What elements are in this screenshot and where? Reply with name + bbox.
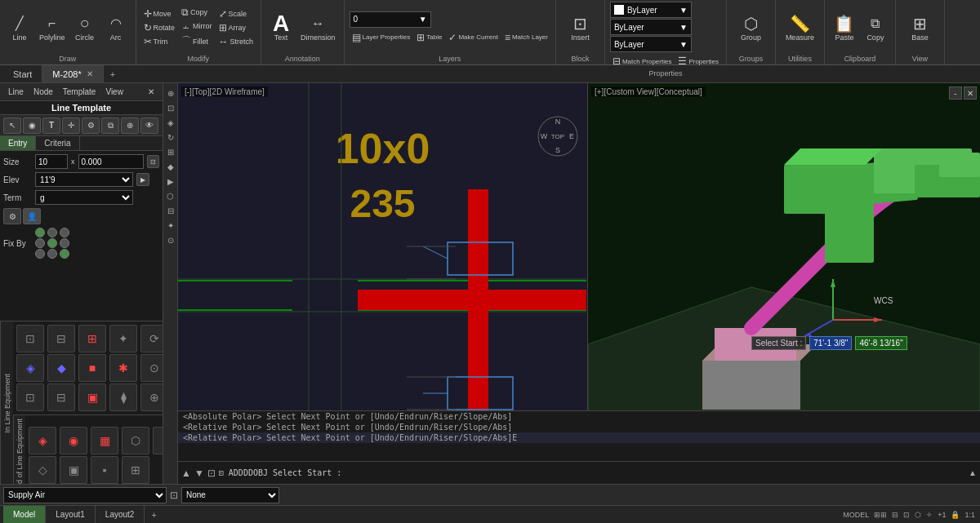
copy-button[interactable]: ⧉Copy xyxy=(179,6,215,19)
lp-snap-btn[interactable]: ⊕ xyxy=(121,117,139,134)
paste-button[interactable]: 📋 Paste xyxy=(830,12,859,43)
fix-dot-8[interactable] xyxy=(60,249,69,259)
layer-dropdown[interactable]: 0 ▼ xyxy=(350,11,431,28)
lp-text-btn[interactable]: T xyxy=(42,117,60,134)
fix-dot-6[interactable] xyxy=(35,249,45,259)
btab-model[interactable]: Model xyxy=(3,506,46,523)
status-ortho[interactable]: ⊡ xyxy=(903,511,910,519)
status-osnap[interactable]: ✧ xyxy=(926,511,933,519)
coord2-display[interactable]: 46'-8 13/16" xyxy=(855,336,906,350)
clipboard-copy-button[interactable]: ⧉ Copy xyxy=(861,12,890,43)
fix-dot-5[interactable] xyxy=(60,238,69,248)
inline-item-1[interactable]: ⊟ xyxy=(47,325,75,352)
status-polar[interactable]: ⬡ xyxy=(915,511,921,519)
circle-button[interactable]: ○ Circle xyxy=(70,12,100,43)
strip-btn-6[interactable]: ◆ xyxy=(164,160,177,173)
inline-item-7[interactable]: ■ xyxy=(78,354,106,382)
strip-btn-10[interactable]: ✦ xyxy=(164,219,177,232)
strip-btn-2[interactable]: ⊡ xyxy=(164,101,177,114)
insert-button[interactable]: ⊡ Insert xyxy=(565,12,595,43)
lp-node-btn[interactable]: ◉ xyxy=(23,117,41,134)
end-item-1[interactable]: ◉ xyxy=(60,427,87,454)
inline-item-14[interactable]: ⊕ xyxy=(140,383,163,411)
lp-move-btn[interactable]: ✛ xyxy=(62,117,80,134)
inline-item-6[interactable]: ◆ xyxy=(47,354,75,382)
none-select[interactable]: None xyxy=(181,487,279,503)
strip-btn-5[interactable]: ⊞ xyxy=(164,145,177,158)
end-item-2[interactable]: ▦ xyxy=(91,427,118,454)
tab-close-icon[interactable]: ✕ xyxy=(87,69,93,78)
lp-cursor-btn[interactable]: ↖ xyxy=(3,117,21,134)
btab-layout2[interactable]: Layout2 xyxy=(96,506,145,523)
inline-item-5[interactable]: ◈ xyxy=(16,354,44,382)
strip-btn-1[interactable]: ⊕ xyxy=(164,86,177,100)
status-grid[interactable]: ⊞⊞ xyxy=(874,511,887,519)
fix-dot-4[interactable] xyxy=(47,238,57,248)
status-lock[interactable]: 🔒 xyxy=(951,511,960,519)
group-button[interactable]: ⬡ Group xyxy=(736,12,765,43)
bylayer-linetype-dropdown[interactable]: ByLayer ▼ xyxy=(610,19,692,35)
status-snap[interactable]: ⊟ xyxy=(892,511,898,519)
strip-btn-7[interactable]: ▶ xyxy=(164,175,177,188)
elev-select[interactable]: 11'9 xyxy=(35,172,133,187)
menu-template[interactable]: Template xyxy=(58,87,101,96)
left-panel-close-button[interactable]: ✕ xyxy=(143,87,159,96)
supply-air-select[interactable]: Supply Air xyxy=(3,487,167,503)
mirror-button[interactable]: ⫠Mirror xyxy=(179,20,215,33)
status-model[interactable]: MODEL xyxy=(843,511,869,519)
settings-icon-1[interactable]: ⚙ xyxy=(3,208,21,224)
end-item-8[interactable]: ⊞ xyxy=(122,456,149,484)
strip-btn-9[interactable]: ⊟ xyxy=(164,204,177,217)
vp3d-close-btn[interactable]: ✕ xyxy=(964,86,977,100)
strip-btn-8[interactable]: ⬡ xyxy=(164,189,177,202)
inline-item-4[interactable]: ⟳ xyxy=(140,325,163,352)
line-button[interactable]: ╱ Line xyxy=(5,12,34,43)
menu-node[interactable]: Node xyxy=(29,87,58,96)
coord1-display[interactable]: 71'-1 3/8" xyxy=(809,336,852,350)
size-x-input[interactable] xyxy=(78,154,144,169)
end-item-0[interactable]: ◈ xyxy=(29,427,56,454)
view-base-button[interactable]: ⊞ Base xyxy=(905,12,934,43)
inline-item-13[interactable]: ⧫ xyxy=(109,383,137,411)
match-layer-button[interactable]: ≡Match Layer xyxy=(502,31,550,44)
inline-item-0[interactable]: ⊡ xyxy=(16,325,44,352)
strip-btn-4[interactable]: ↻ xyxy=(164,131,177,144)
measure-button[interactable]: 📏 Measure xyxy=(782,12,817,43)
lp-tab-entry[interactable]: Entry xyxy=(0,136,36,150)
inline-item-12[interactable]: ▣ xyxy=(78,383,106,411)
strip-btn-11[interactable]: ⊙ xyxy=(164,233,177,246)
fix-dot-1[interactable] xyxy=(47,228,57,237)
tab-m208[interactable]: M-208* ✕ xyxy=(42,65,103,82)
end-item-7[interactable]: ▪ xyxy=(91,456,118,484)
lp-settings-btn[interactable]: ⚙ xyxy=(82,117,100,134)
arc-button[interactable]: ◠ Arc xyxy=(101,12,131,43)
inline-item-9[interactable]: ⊙ xyxy=(140,354,163,382)
viewport-2d[interactable]: [-][Top][2D Wireframe] 10x0 235 xyxy=(178,83,588,410)
table-button[interactable]: ⊞Table xyxy=(414,31,444,44)
fix-dot-2[interactable] xyxy=(60,228,69,237)
viewport-3d[interactable]: [+][Custom View][Conceptual] - ✕ xyxy=(588,83,980,410)
fix-dot-7[interactable] xyxy=(47,249,57,259)
text-button[interactable]: A Text xyxy=(266,12,296,43)
term-select[interactable]: g xyxy=(35,190,133,205)
tab-start[interactable]: Start xyxy=(3,65,42,82)
vp3d-minus-btn[interactable]: - xyxy=(949,86,962,100)
polyline-button[interactable]: ⌐ Polyline xyxy=(36,12,69,43)
size-pick-btn[interactable]: ⊡ xyxy=(147,155,160,168)
strip-btn-3[interactable]: ◈ xyxy=(164,116,177,129)
move-button[interactable]: ✛Move xyxy=(141,7,178,20)
dimension-button[interactable]: ↔ Dimension xyxy=(297,12,339,43)
tab-add-button[interactable]: + xyxy=(104,65,122,82)
btab-layout1[interactable]: Layout1 xyxy=(46,506,96,523)
fix-dot-3[interactable] xyxy=(35,238,45,248)
fillet-button[interactable]: ⌒Fillet xyxy=(179,33,215,49)
rotate-button[interactable]: ↻Rotate xyxy=(141,21,178,34)
scale-button[interactable]: ⤢Scale xyxy=(216,7,256,20)
end-item-6[interactable]: ▣ xyxy=(60,456,87,484)
inline-item-8[interactable]: ✱ xyxy=(109,354,137,382)
inline-item-3[interactable]: ✦ xyxy=(109,325,137,352)
lp-tab-criteria[interactable]: Criteria xyxy=(36,136,79,150)
end-item-5[interactable]: ◇ xyxy=(29,456,56,484)
bylayer-lineweight-dropdown[interactable]: ByLayer ▼ xyxy=(610,36,692,52)
inline-item-10[interactable]: ⊡ xyxy=(16,383,44,411)
